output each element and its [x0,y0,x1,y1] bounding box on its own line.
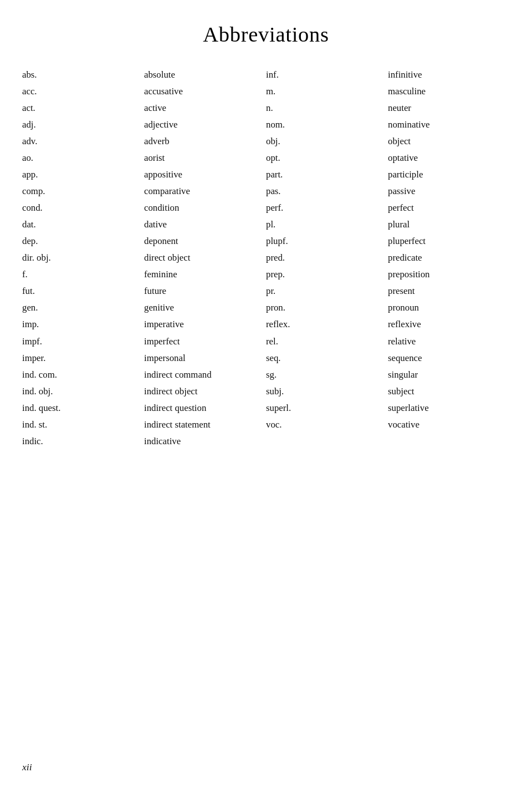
list-item: passive [388,183,510,200]
col1-meaning: absoluteaccusativeactiveadjectiveadverba… [144,67,266,450]
abbreviation-meaning: appositive [144,167,182,182]
abbreviation-key: dat. [22,217,72,232]
abbreviation-meaning: absolute [144,68,175,82]
list-item: pronoun [388,299,510,316]
abbreviation-key: act. [22,101,72,115]
page-title: Abbreviations [22,22,510,47]
abbreviation-key: comp. [22,184,72,199]
abbreviation-meaning: active [144,101,166,115]
list-item: pluperfect [388,233,510,250]
list-item: imperative [144,316,266,333]
list-item: opt. [266,150,388,166]
list-item: dep. [22,233,144,250]
list-item: absolute [144,67,266,83]
list-item: genitive [144,299,266,316]
list-item: active [144,100,266,116]
list-item: dat. [22,216,144,233]
col2-meaning: infinitivemasculineneuternominativeobjec… [388,67,510,450]
list-item: impf. [22,333,144,350]
list-item: preposition [388,266,510,283]
abbreviation-meaning: singular [388,368,418,382]
list-item: adverb [144,133,266,150]
abbreviation-meaning: present [388,284,415,298]
abbreviation-key: f. [22,267,72,282]
abbreviation-meaning: optative [388,151,418,165]
list-item: predicate [388,250,510,266]
list-item: ao. [22,150,144,166]
abbreviation-meaning: indirect command [144,368,212,382]
abbreviation-meaning: neuter [388,101,411,115]
list-item: cond. [22,200,144,216]
abbreviation-key: pas. [266,184,316,199]
abbreviation-meaning: predicate [388,251,422,265]
list-item: appositive [144,166,266,183]
list-item: prep. [266,266,388,283]
abbreviation-meaning: indicative [144,434,181,449]
list-item: dative [144,216,266,233]
abbreviation-meaning: perfect [388,201,414,215]
abbreviation-meaning: future [144,284,166,298]
list-item: ind. obj. [22,383,144,400]
abbreviation-key: rel. [266,334,316,349]
abbreviation-key: opt. [266,151,316,165]
abbreviation-key: fut. [22,284,72,298]
list-item: dir. obj. [22,250,144,266]
abbreviation-key: reflex. [266,317,316,332]
abbreviation-meaning: indirect object [144,384,197,399]
list-item: masculine [388,83,510,100]
list-item: reflex. [266,316,388,333]
abbreviation-meaning: vocative [388,418,420,432]
list-item: plural [388,216,510,233]
list-item: infinitive [388,67,510,83]
abbreviation-key: app. [22,167,72,182]
list-item: superl. [266,400,388,416]
list-item: plupf. [266,233,388,250]
abbreviation-key: part. [266,167,316,182]
list-item: deponent [144,233,266,250]
list-item: participle [388,166,510,183]
abbreviation-key: dir. obj. [22,251,72,265]
list-item: imp. [22,316,144,333]
list-item: imper. [22,350,144,367]
list-item: abs. [22,67,144,83]
abbreviation-meaning: nominative [388,118,430,132]
list-item: pas. [266,183,388,200]
abbreviation-key: prep. [266,267,316,282]
list-item: future [144,283,266,299]
list-item: pred. [266,250,388,266]
abbreviation-key: nom. [266,118,316,132]
abbreviation-key: n. [266,101,316,115]
abbreviation-key: acc. [22,84,72,99]
abbreviation-key: ind. com. [22,368,72,382]
list-item: indirect command [144,367,266,383]
list-item: inf. [266,67,388,83]
list-item: adv. [22,133,144,150]
list-item: act. [22,100,144,116]
list-item: reflexive [388,316,510,333]
list-item: singular [388,367,510,383]
list-item: adj. [22,116,144,133]
abbreviation-meaning: preposition [388,267,430,282]
list-item: part. [266,166,388,183]
abbreviation-meaning: imperfect [144,334,180,349]
abbreviation-key: superl. [266,401,316,415]
abbreviations-grid: abs.acc.act.adj.adv.ao.app.comp.cond.dat… [22,67,510,450]
abbreviation-key: plupf. [266,234,316,248]
abbreviation-key: gen. [22,301,72,315]
abbreviation-meaning: pronoun [388,301,419,315]
abbreviation-key: pred. [266,251,316,265]
abbreviation-key: ao. [22,151,72,165]
list-item: indirect object [144,383,266,400]
list-item: perf. [266,200,388,216]
abbreviation-key: ind. quest. [22,401,72,415]
list-item: sg. [266,367,388,383]
abbreviation-key: adv. [22,134,72,149]
abbreviation-meaning: indirect statement [144,418,211,432]
abbreviation-meaning: imperative [144,317,184,332]
list-item: pr. [266,283,388,299]
abbreviation-key: ind. st. [22,418,72,432]
abbreviation-meaning: indirect question [144,401,206,415]
list-item: ind. st. [22,416,144,433]
list-item: app. [22,166,144,183]
list-item: indic. [22,433,144,450]
